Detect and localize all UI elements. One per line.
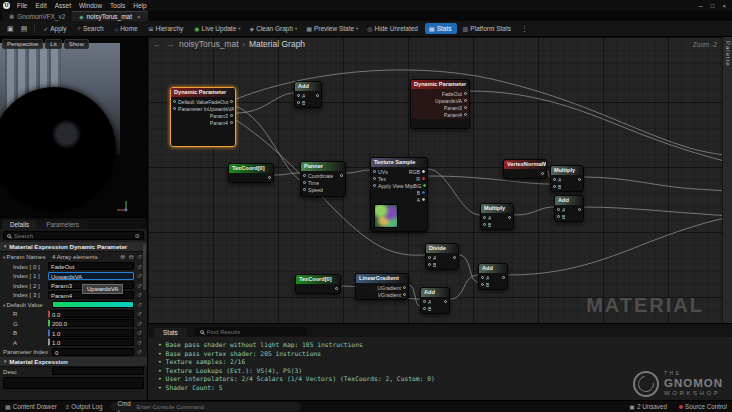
menu-item[interactable]: Tools	[106, 2, 129, 9]
graph-node[interactable]: LinearGradientUGradientVGradient	[355, 273, 409, 300]
output-pin[interactable]	[464, 92, 467, 95]
graph-node[interactable]: MultiplyAB	[550, 165, 584, 192]
add-element-icon[interactable]: ⊕	[120, 253, 125, 261]
channel-value-input[interactable]: 0.0	[48, 310, 134, 318]
graph-node[interactable]: TexCoord[0]	[295, 274, 341, 294]
find-results-input[interactable]	[207, 329, 302, 335]
asset-tab[interactable]: ◆ noisyTorus_mat ×	[72, 11, 147, 21]
output-pin[interactable]	[230, 100, 233, 103]
browse-button[interactable]: ▤	[18, 24, 31, 34]
minimize-icon[interactable]: ─	[699, 3, 703, 9]
reset-icon[interactable]	[137, 310, 144, 317]
menu-item[interactable]: Window	[75, 2, 106, 9]
graph-node[interactable]: AddAB	[420, 287, 450, 314]
toolbar-button[interactable]: ◈ Clean Graph ▾	[246, 23, 302, 34]
input-pin[interactable]	[481, 276, 484, 279]
channel-value-input[interactable]: 200.0	[48, 319, 134, 327]
output-pin[interactable]	[422, 191, 425, 194]
channel-value-input[interactable]: 1.0	[48, 338, 134, 346]
console-command-input[interactable]	[136, 404, 295, 410]
content-drawer-button[interactable]: ▦ Content Drawer	[5, 403, 57, 410]
tab-parameters[interactable]: Parameters	[38, 220, 87, 229]
perspective-button[interactable]: Perspective	[2, 39, 43, 49]
output-pin[interactable]	[316, 94, 319, 97]
menu-item[interactable]: Asset	[51, 2, 75, 9]
output-pin[interactable]	[444, 300, 447, 303]
palette-drawer-tab[interactable]: Palette	[722, 37, 732, 323]
input-pin[interactable]	[297, 101, 300, 104]
tab-details[interactable]: Details	[2, 220, 37, 229]
toolbar-button[interactable]: ⌂ Home	[111, 23, 144, 34]
input-pin[interactable]	[303, 174, 306, 177]
graph-node[interactable]: MultiplyAB	[480, 203, 514, 230]
menu-item[interactable]: File	[13, 2, 31, 9]
toolbar-button[interactable]: ✓ Apply	[39, 23, 72, 34]
toolbar-button[interactable]: ▥ Platform Stats	[458, 23, 517, 34]
back-icon[interactable]: ←	[153, 40, 161, 49]
output-pin[interactable]	[464, 99, 467, 102]
output-pin[interactable]	[268, 176, 271, 179]
graph-node[interactable]: Dynamic ParameterFadeOutUpwardsVAParam3P…	[410, 79, 470, 129]
graph-node[interactable]: PannerCoordinateTimeSpeed	[300, 161, 346, 197]
toolbar-button[interactable]: ◎ Hide Unrelated	[363, 23, 424, 34]
input-pin[interactable]	[303, 181, 306, 184]
menu-item[interactable]: Help	[129, 2, 150, 9]
desc-input[interactable]	[52, 367, 144, 375]
input-pin[interactable]	[303, 188, 306, 191]
input-pin[interactable]	[373, 177, 376, 180]
close-icon[interactable]: ×	[722, 3, 726, 9]
maximize-icon[interactable]: □	[711, 3, 715, 9]
reset-icon[interactable]	[137, 301, 144, 308]
reset-icon[interactable]	[137, 291, 144, 298]
details-search-input[interactable]	[14, 233, 132, 239]
input-pin[interactable]	[423, 300, 426, 303]
menu-item[interactable]: Edit	[31, 2, 50, 9]
input-pin[interactable]	[483, 223, 486, 226]
cmd-dropdown[interactable]: Cmd	[117, 400, 132, 412]
output-pin[interactable]	[464, 106, 467, 109]
toolbar-button[interactable]: ⊞ Hierarchy	[145, 23, 190, 34]
tab-stats[interactable]: Stats	[154, 328, 187, 337]
material-graph-canvas[interactable]: MATERIAL Dynamic ParameterDefault ValueF…	[148, 37, 732, 323]
input-pin[interactable]	[553, 178, 556, 181]
details-scrollbar[interactable]	[143, 244, 146, 290]
input-pin[interactable]	[553, 185, 556, 188]
desc-textarea[interactable]	[3, 377, 144, 389]
save-button[interactable]: ▣	[4, 24, 17, 34]
output-pin[interactable]	[508, 216, 511, 219]
graph-node[interactable]: AddAB	[294, 81, 322, 108]
reset-icon[interactable]	[137, 339, 144, 346]
output-pin[interactable]	[541, 172, 544, 175]
forward-icon[interactable]: →	[166, 40, 174, 49]
output-pin[interactable]	[423, 184, 426, 187]
preview-viewport[interactable]: Perspective Lit Show	[0, 37, 148, 217]
input-pin[interactable]	[373, 184, 376, 187]
graph-node[interactable]: Texture SampleUVsRGBTexRApply View MipBi…	[370, 157, 428, 232]
output-pin[interactable]	[578, 208, 581, 211]
color-swatch[interactable]	[52, 301, 134, 308]
gear-icon[interactable]: ⚙	[135, 232, 140, 239]
reset-icon[interactable]	[137, 320, 144, 327]
graph-node[interactable]: AddAB	[554, 195, 584, 222]
remove-element-icon[interactable]: ⊖	[129, 253, 134, 261]
output-pin[interactable]	[422, 177, 425, 180]
output-pin[interactable]	[502, 276, 505, 279]
input-pin[interactable]	[423, 307, 426, 310]
reset-icon[interactable]	[137, 348, 144, 355]
output-pin[interactable]	[453, 256, 456, 259]
graph-node[interactable]: TexCoord[0]	[228, 163, 274, 183]
output-log-button[interactable]: ≡ Output Log	[66, 403, 103, 410]
output-pin[interactable]	[230, 114, 233, 117]
input-pin[interactable]	[428, 256, 431, 259]
breadcrumb-page[interactable]: Material Graph	[249, 39, 305, 49]
output-pin[interactable]	[335, 287, 338, 290]
tab-close-icon[interactable]: ×	[137, 14, 141, 20]
graph-node[interactable]: DivideAB	[425, 243, 459, 270]
window-tab[interactable]: ▣ GnomonVFX_v2	[2, 11, 72, 21]
show-button[interactable]: Show	[64, 39, 89, 49]
graph-node[interactable]: AddAB	[478, 263, 508, 290]
channel-value-input[interactable]: 1.0	[48, 329, 134, 337]
toolbar-button[interactable]: ▤ Stats	[425, 23, 457, 34]
param-name-input[interactable]: FadeOut	[48, 262, 134, 270]
parameter-index-input[interactable]: 0	[52, 348, 134, 356]
